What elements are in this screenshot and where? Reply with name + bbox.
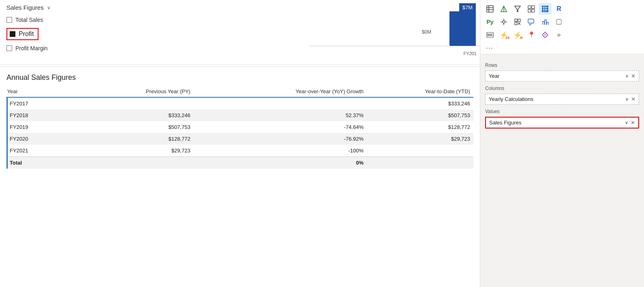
table-row: FY2021 $29,723 -100% bbox=[7, 145, 474, 157]
decomp-icon[interactable] bbox=[497, 16, 510, 28]
sales-figures-field[interactable]: Sales Figures ∨ ✕ bbox=[485, 117, 639, 129]
annual-sales-table: Year Previous Year (PY) Year-over-Year (… bbox=[6, 87, 473, 169]
yearly-calc-remove-icon[interactable]: ✕ bbox=[631, 96, 635, 102]
cell-ytd: $29,723 bbox=[367, 133, 473, 145]
more-tools-label[interactable]: ... bbox=[484, 41, 641, 51]
lightning1-icon[interactable]: ⚡23 bbox=[497, 29, 510, 41]
cell-year: FY2018 bbox=[7, 109, 60, 121]
cell-ytd-total bbox=[367, 157, 473, 169]
lightning2-icon[interactable]: ⚡⊳ bbox=[511, 29, 524, 41]
total-sales-checkbox[interactable] bbox=[6, 17, 12, 23]
svg-rect-8 bbox=[532, 6, 535, 9]
yearly-calc-label: Yearly Calculations bbox=[489, 96, 533, 102]
table-icon[interactable] bbox=[484, 3, 496, 15]
cell-py-total bbox=[60, 157, 194, 169]
year-field[interactable]: Year ∨ ✕ bbox=[485, 71, 639, 81]
blank1-icon[interactable] bbox=[552, 16, 565, 28]
svg-rect-26 bbox=[528, 19, 534, 23]
cell-yoy bbox=[194, 97, 367, 109]
chart-down-icon[interactable] bbox=[497, 3, 510, 15]
sales-figures-remove-icon[interactable]: ✕ bbox=[631, 120, 635, 126]
py-label: Py bbox=[486, 19, 493, 25]
sales-figures-chevron: ∨ bbox=[47, 5, 51, 11]
barcode-icon[interactable] bbox=[484, 29, 496, 41]
cell-year: FY2017 bbox=[7, 97, 60, 109]
cell-year: FY2021 bbox=[7, 145, 60, 157]
cell-py: $29,723 bbox=[60, 145, 194, 157]
table-section: Annual Sales Figures Year Previous Year … bbox=[0, 69, 480, 287]
cell-ytd bbox=[367, 145, 473, 157]
chat-icon[interactable] bbox=[525, 16, 538, 28]
table-row: FY2019 $507,753 -74.64% $128,772 bbox=[7, 121, 474, 133]
fields-panel: Rows Year ∨ ✕ Columns Yearly Calculation… bbox=[480, 54, 644, 287]
chart-year-label: FY201 bbox=[464, 51, 477, 56]
cell-yoy-total: 0% bbox=[194, 157, 367, 169]
sales-figures-field-label: Sales Figures bbox=[489, 120, 521, 126]
toolbar: R Py bbox=[480, 0, 644, 54]
sales-figures-title: Sales Figures bbox=[6, 4, 44, 11]
cell-year: FY2020 bbox=[7, 133, 60, 145]
svg-rect-7 bbox=[528, 6, 531, 9]
year-field-controls: ∨ ✕ bbox=[625, 73, 635, 79]
toolbar-row-2: Py bbox=[484, 15, 641, 28]
python-icon[interactable]: Py bbox=[484, 16, 496, 28]
r-icon: R bbox=[556, 5, 561, 13]
svg-rect-0 bbox=[487, 6, 493, 12]
cell-yoy: -100% bbox=[194, 145, 367, 157]
year-remove-icon[interactable]: ✕ bbox=[631, 73, 635, 79]
map-icon[interactable]: 📍 bbox=[525, 29, 538, 41]
svg-rect-9 bbox=[528, 9, 531, 12]
col-ytd: Year-to-Date (YTD) bbox=[367, 87, 473, 97]
chart-baseline bbox=[310, 46, 480, 46]
cell-yoy: -74.64% bbox=[194, 121, 367, 133]
profit-label: Profit bbox=[19, 30, 34, 38]
cell-py: $333,246 bbox=[60, 109, 194, 121]
r-script-icon[interactable]: R bbox=[552, 3, 565, 15]
cell-ytd: $128,772 bbox=[367, 121, 473, 133]
layers-icon[interactable] bbox=[511, 16, 524, 28]
chart-axis-label: $0M bbox=[422, 29, 431, 35]
filter-icon[interactable] bbox=[511, 3, 524, 15]
profit-margin-checkbox[interactable] bbox=[6, 45, 12, 51]
table-row-total: Total 0% bbox=[7, 157, 474, 169]
svg-rect-27 bbox=[556, 19, 561, 24]
table-header-row: Year Previous Year (PY) Year-over-Year (… bbox=[7, 87, 474, 97]
matrix-icon[interactable] bbox=[525, 3, 538, 15]
col-yoy: Year-over-Year (YoY) Growth bbox=[194, 87, 367, 97]
profit-item-inner[interactable]: Profit bbox=[6, 28, 39, 40]
total-sales-label: Total Sales bbox=[15, 17, 43, 23]
cell-yoy: -76.92% bbox=[194, 133, 367, 145]
svg-rect-11 bbox=[542, 6, 548, 12]
sales-figures-chevron-icon[interactable]: ∨ bbox=[625, 120, 628, 125]
toolbar-row-1: R bbox=[484, 2, 641, 15]
year-field-label: Year bbox=[489, 73, 499, 79]
cell-ytd: $507,753 bbox=[367, 109, 473, 121]
rows-section-label: Rows bbox=[485, 62, 639, 68]
year-chevron-icon[interactable]: ∨ bbox=[625, 73, 629, 79]
chart-bar bbox=[449, 11, 476, 46]
diamond-icon[interactable] bbox=[539, 29, 552, 41]
sales-figures-controls: ∨ ✕ bbox=[625, 120, 635, 126]
svg-rect-22 bbox=[518, 19, 520, 21]
table-row: FY2018 $333,246 52.37% $507,753 bbox=[7, 109, 474, 121]
table-row: FY2017 $333,246 bbox=[7, 97, 474, 109]
chart-bar-label: $7M bbox=[459, 3, 476, 12]
yearly-calc-field[interactable]: Yearly Calculations ∨ ✕ bbox=[485, 94, 639, 105]
profit-checkbox[interactable] bbox=[10, 31, 15, 37]
table-row: FY2020 $128,772 -76.92% $29,723 bbox=[7, 133, 474, 145]
cell-py bbox=[60, 97, 194, 109]
yearly-calc-chevron-icon[interactable]: ∨ bbox=[625, 96, 629, 102]
filter-section: Sales Figures ∨ Total Sales Profit Profi… bbox=[0, 0, 480, 65]
chart-area: $7M $0M FY201 bbox=[310, 0, 480, 57]
table2-icon[interactable] bbox=[539, 3, 552, 15]
svg-point-16 bbox=[503, 21, 505, 23]
kpi-icon[interactable] bbox=[539, 16, 552, 28]
table-title: Annual Sales Figures bbox=[6, 73, 473, 82]
forward-icon[interactable]: » bbox=[552, 29, 565, 41]
left-panel: Sales Figures ∨ Total Sales Profit Profi… bbox=[0, 0, 480, 287]
toolbar-row-3: ⚡23 ⚡⊳ 📍 » bbox=[484, 28, 641, 41]
right-panel: R Py bbox=[480, 0, 644, 287]
values-section-label: Values bbox=[485, 109, 639, 114]
cell-year-total: Total bbox=[7, 157, 60, 169]
yearly-calc-controls: ∨ ✕ bbox=[625, 96, 635, 102]
